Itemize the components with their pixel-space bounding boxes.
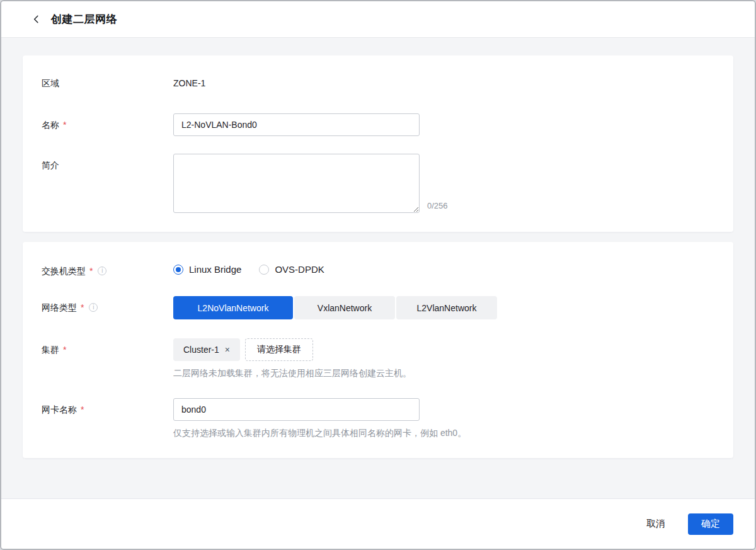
description-row: 简介 0/256 [42,154,714,213]
cluster-helper-text: 二层网络未加载集群，将无法使用相应三层网络创建云主机。 [173,367,714,379]
cluster-label: 集群 [42,343,59,356]
confirm-button[interactable]: 确定 [688,513,733,535]
switch-type-radio-group: Linux Bridge OVS-DPDK [173,263,714,276]
info-icon[interactable]: i [89,303,98,312]
page-header: 创建二层网络 [1,1,755,38]
cancel-button[interactable]: 取消 [645,514,667,534]
description-textarea[interactable] [173,154,420,213]
char-counter: 0/256 [427,201,448,210]
create-l2-network-window: 创建二层网络 区域 ZONE-1 名称* [0,0,756,550]
network-config-card: 交换机类型* i Linux Bridge OVS-DPDK [23,242,733,458]
required-mark: * [63,343,66,356]
cluster-tag: Cluster-1 × [173,338,240,361]
radio-unselected-icon [259,265,269,275]
nic-name-row: 网卡名称* 仅支持选择或输入集群内所有物理机之间具体相同名称的网卡，例如 eth… [42,398,714,439]
radio-ovs-dpdk-label: OVS-DPDK [275,263,324,276]
zone-row: 区域 ZONE-1 [42,77,714,89]
cluster-row: 集群* Cluster-1 × 请选择集群 二层网络未加载集群，将无法使用相应三… [42,338,714,379]
page-title: 创建二层网络 [51,12,117,26]
remove-cluster-icon[interactable]: × [225,345,230,354]
radio-linux-bridge-label: Linux Bridge [189,263,241,276]
page-footer: 取消 确定 [1,498,755,549]
tab-vxlannetwork[interactable]: VxlanNetwork [294,296,395,319]
network-type-tabs: L2NoVlanNetwork VxlanNetwork L2VlanNetwo… [173,296,714,319]
switch-type-label: 交换机类型 [42,265,86,277]
radio-ovs-dpdk[interactable]: OVS-DPDK [259,263,324,276]
network-type-row: 网络类型* i L2NoVlanNetwork VxlanNetwork L2V… [42,296,714,319]
name-label: 名称 [42,118,59,131]
name-row: 名称* [42,113,714,136]
network-type-label: 网络类型 [42,301,77,314]
page-body: 区域 ZONE-1 名称* 简介 [1,38,755,498]
required-mark: * [81,403,84,416]
cluster-tag-label: Cluster-1 [183,345,219,355]
zone-value: ZONE-1 [173,78,205,88]
basic-info-card: 区域 ZONE-1 名称* 简介 [23,55,733,232]
nic-name-label: 网卡名称 [42,403,77,416]
required-mark: * [89,265,93,277]
nic-helper-text: 仅支持选择或输入集群内所有物理机之间具体相同名称的网卡，例如 eth0。 [173,427,714,439]
chevron-left-icon [32,14,41,24]
back-button[interactable] [29,13,43,26]
radio-selected-icon [173,265,183,275]
tab-l2novlannetwork[interactable]: L2NoVlanNetwork [173,296,293,319]
description-label: 简介 [42,159,59,171]
radio-linux-bridge[interactable]: Linux Bridge [173,263,241,276]
switch-type-row: 交换机类型* i Linux Bridge OVS-DPDK [42,263,714,277]
name-input[interactable] [173,113,420,136]
required-mark: * [81,301,84,314]
select-cluster-button[interactable]: 请选择集群 [245,338,313,361]
nic-name-input[interactable] [173,398,420,421]
info-icon[interactable]: i [98,266,106,275]
zone-label: 区域 [42,77,59,89]
required-mark: * [63,118,66,131]
tab-l2vlannetwork[interactable]: L2VlanNetwork [396,296,497,319]
